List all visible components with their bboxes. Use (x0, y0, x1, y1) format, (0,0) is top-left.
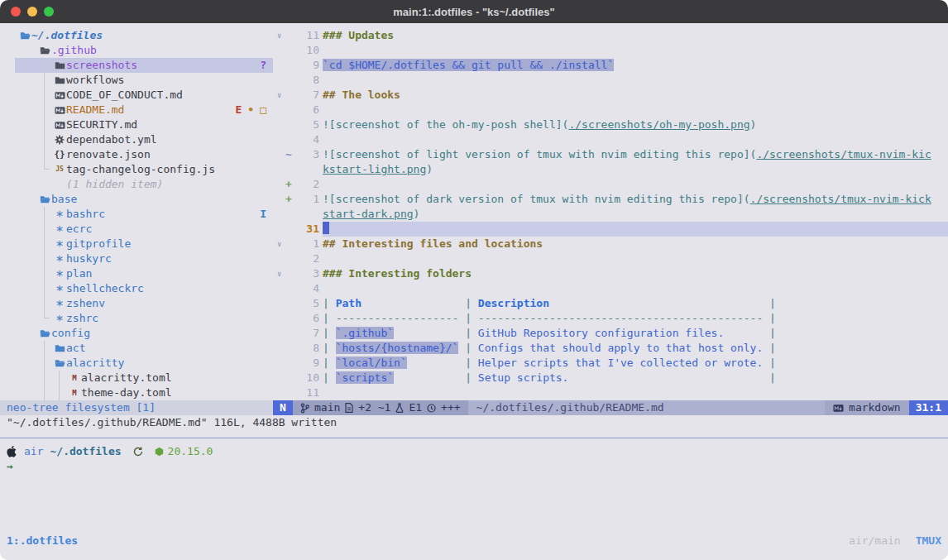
tree-item-zshrc[interactable]: *zshrc (0, 311, 273, 326)
prompt-arrow[interactable]: → (7, 459, 13, 474)
tree-item-label: renovate.json (66, 147, 151, 162)
editor-line[interactable]: 31 (273, 222, 948, 237)
tree-item-tag-changelog-config.js[interactable]: JStag-changelog-config.js (0, 162, 273, 177)
editor-line[interactable]: start-dark.png) (273, 207, 948, 222)
tree-item-readme.md[interactable]: README.mdE•□ (0, 103, 273, 117)
syntax-segment (568, 371, 769, 384)
folder-open-blue-icon (38, 327, 51, 340)
syntax-segment (549, 297, 769, 309)
syntax-segment: Setup scripts. (478, 371, 569, 384)
text-cursor (323, 222, 329, 234)
markdown-link[interactable]: kstart-light.png (323, 163, 426, 175)
editor-line[interactable]: +1![screenshot of dark version of tmux w… (273, 192, 948, 207)
tree-item-bashrc[interactable]: *bashrcI (0, 207, 273, 222)
editor-line[interactable]: 7| `.github` | GitHub Repository configu… (273, 326, 948, 341)
tree-item--.dotfiles[interactable]: ~/.dotfiles (0, 28, 273, 43)
zoom-button[interactable] (44, 7, 54, 17)
tree-item-act[interactable]: act (0, 341, 273, 356)
editor-line[interactable]: 6| ------------------- | ---------------… (273, 311, 948, 326)
editor-line[interactable]: 9`cd $HOME/.dotfiles && git pull && ./in… (273, 58, 948, 73)
tree-item-label: SECURITY.md (66, 117, 137, 132)
tree-item-workflows[interactable]: workflows (0, 73, 273, 88)
editor-line[interactable]: 11 (273, 385, 948, 400)
syntax-segment: ### Updates (323, 29, 394, 41)
editor-line[interactable]: 5| Path | Description | (273, 296, 948, 311)
editor-line[interactable]: 4 (273, 132, 948, 147)
tree-item-base[interactable]: base (0, 192, 273, 207)
editor-line[interactable]: +2 (273, 177, 948, 192)
title-bar[interactable]: main:1:.dotfiles - "ks~/.dotfiles" (0, 0, 948, 23)
fold-chevron-icon[interactable]: ∨ (277, 28, 281, 43)
tree-item-security.md[interactable]: SECURITY.md (0, 117, 273, 132)
traffic-lights (11, 7, 54, 17)
tree-item-config[interactable]: config (0, 326, 273, 341)
syntax-segment: | (323, 371, 336, 384)
flask-icon (395, 403, 404, 413)
editor-line[interactable]: 10| `scripts` | Setup scripts. | (273, 371, 948, 385)
fold-chevron-icon[interactable]: ∨ (277, 266, 281, 281)
editor-line[interactable]: 8 (273, 73, 948, 88)
editor-line[interactable]: 8| `hosts/{hostname}/` | Configs that sh… (273, 341, 948, 356)
editor-line[interactable]: 5![screenshot of the oh-my-posh shell](.… (273, 117, 948, 132)
editor-line[interactable]: kstart-light.png) (273, 162, 948, 177)
editor-line[interactable]: ∨1## Interesting files and locations (273, 237, 948, 251)
tree-item--1-hidden-item-[interactable]: (1 hidden item) (0, 177, 273, 192)
tree-item-shellcheckrc[interactable]: *shellcheckrc (0, 281, 273, 296)
tree-item-renovate.json[interactable]: {}renovate.json (0, 147, 273, 162)
indent-guide-corner (44, 169, 50, 170)
editor-line[interactable]: 10 (273, 43, 948, 58)
minimize-button[interactable] (27, 7, 37, 17)
tree-item-alacritty.toml[interactable]: Malacritty.toml (0, 371, 273, 385)
markdown-link[interactable]: ./screenshots/oh-my-posh.png (568, 118, 749, 131)
tree-item-label: bashrc (66, 207, 105, 222)
tree-item-dependabot.yml[interactable]: dependabot.yml (0, 132, 273, 147)
editor-line[interactable]: 9| `local/bin` | Helper scripts that I'v… (273, 356, 948, 371)
markdown-icon (53, 118, 66, 132)
editor-line-text: | Path | Description | (323, 296, 948, 311)
tree-item-ecrc[interactable]: *ecrc (0, 222, 273, 237)
tree-item-code-of-conduct.md[interactable]: CODE_OF_CONDUCT.md (0, 88, 273, 103)
tree-item-theme-day.toml[interactable]: Mtheme-day.toml (0, 385, 273, 400)
git-branch-name: main (314, 400, 340, 415)
editor-line[interactable]: 2 (273, 251, 948, 266)
folder-closed-dark-icon (53, 74, 66, 87)
fold-chevron-icon[interactable]: ∨ (277, 88, 281, 103)
editor-line[interactable]: ∨7## The looks (273, 88, 948, 103)
fold-chevron-icon[interactable]: ∨ (277, 237, 281, 251)
editor-line[interactable]: ∨3### Interesting folders (273, 266, 948, 281)
tree-item-label: ~/.dotfiles (31, 28, 103, 43)
syntax-segment (763, 342, 769, 354)
command-line-message: "~/.dotfiles/.github/README.md" 116L, 44… (7, 415, 337, 430)
tree-item-gitprofile[interactable]: *gitprofile (0, 237, 273, 251)
markdown-link[interactable]: ./screenshots/tmux-nvim-kic (756, 148, 931, 160)
indent-guide (44, 207, 45, 318)
tmux-window-tab[interactable]: 1:.dotfiles (7, 534, 78, 548)
tree-item-alacritty[interactable]: alacritty (0, 356, 273, 371)
tree-item-zshenv[interactable]: *zshenv (0, 296, 273, 311)
editor-line[interactable]: ~3![screenshot of light version of tmux … (273, 147, 948, 162)
tmux-pane-divider[interactable] (0, 438, 948, 438)
markdown-link[interactable]: start-dark.png (323, 208, 414, 220)
editor-line[interactable]: 6 (273, 103, 948, 117)
js-icon: JS (53, 163, 66, 176)
tree-item-huskyrc[interactable]: *huskyrc (0, 251, 273, 266)
editor-line[interactable]: ∨11### Updates (273, 28, 948, 43)
editor-line-text: ## The looks (323, 88, 948, 103)
close-button[interactable] (11, 7, 21, 17)
indent-guide (44, 341, 45, 400)
editor-line[interactable]: 4 (273, 281, 948, 296)
syntax-segment: Configs that should apply to that host o… (478, 342, 763, 354)
tree-item-screenshots[interactable]: screenshots? (0, 58, 273, 73)
tree-item-.github[interactable]: .github (0, 43, 273, 58)
star-icon: * (53, 282, 66, 295)
folder-closed-dark-icon (53, 59, 66, 72)
apple-icon (7, 446, 17, 457)
syntax-segment: | (465, 371, 478, 384)
editor-buffer[interactable]: ∨11### Updates109`cd $HOME/.dotfiles && … (273, 28, 948, 400)
line-number: 5 (288, 117, 319, 132)
editor-line-text (323, 251, 948, 266)
markdown-link[interactable]: ./screenshots/tmux-nvim-kick (750, 193, 931, 205)
star-icon: * (53, 297, 66, 310)
line-number: 10 (288, 371, 319, 385)
tree-item-plan[interactable]: *plan (0, 266, 273, 281)
